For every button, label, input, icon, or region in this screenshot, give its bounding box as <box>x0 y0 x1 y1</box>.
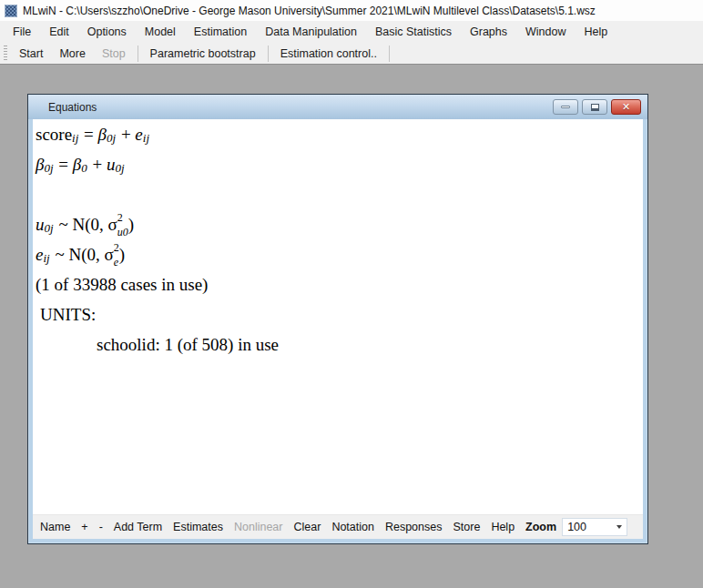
equation-line-blank <box>33 179 643 209</box>
more-button[interactable]: More <box>51 44 93 64</box>
equations-window-title: Equations <box>48 101 97 114</box>
equation-line-u-distribution[interactable]: u0j ~ N(0, σ2u0) <box>33 209 643 239</box>
zoom-label: Zoom <box>520 516 560 539</box>
store-button[interactable]: Store <box>447 516 485 539</box>
mlwin-app-icon <box>5 5 17 17</box>
units-detail: schoolid: 1 (of 508) in use <box>33 329 643 360</box>
zoom-value: 100 <box>567 521 616 533</box>
restore-button[interactable] <box>582 99 607 115</box>
add-plus-button[interactable]: + <box>76 516 93 539</box>
start-button[interactable]: Start <box>11 44 51 64</box>
estimation-control-button[interactable]: Estimation control.. <box>272 44 385 64</box>
equations-window: Equations ✕ scoreij = β0j + eij β0j = β0… <box>27 94 648 544</box>
menu-item-window[interactable]: Window <box>516 21 575 43</box>
app-titlebar[interactable]: MLwiN - C:\Users\szzho\OneDrive - George… <box>0 0 703 21</box>
toolbar-grip[interactable] <box>4 46 7 62</box>
stop-button: Stop <box>94 44 134 64</box>
nonlinear-button: Nonlinear <box>229 516 289 539</box>
menu-item-help[interactable]: Help <box>576 21 617 43</box>
equations-bottom-toolbar: Name + - Add Term Estimates Nonlinear Cl… <box>33 514 643 539</box>
minimize-icon <box>561 106 570 108</box>
parametric-bootstrap-button[interactable]: Parametric bootstrap <box>142 44 264 64</box>
chevron-down-icon <box>616 525 622 529</box>
responses-button[interactable]: Responses <box>380 516 448 539</box>
estimation-toolbar: Start More Stop Parametric bootstrap Est… <box>0 43 703 65</box>
estimates-button[interactable]: Estimates <box>168 516 229 539</box>
toolbar-separator <box>138 46 138 62</box>
menubar: File Edit Options Model Estimation Data … <box>0 21 703 43</box>
equations-pane: scoreij = β0j + eij β0j = β0 + u0j u0j ~… <box>33 119 643 514</box>
cases-in-use-line: (1 of 33988 cases in use) <box>33 269 643 299</box>
menu-item-options[interactable]: Options <box>78 21 136 43</box>
name-button[interactable]: Name <box>35 516 76 539</box>
equation-line-intercept[interactable]: β0j = β0 + u0j <box>33 149 643 179</box>
clear-button[interactable]: Clear <box>289 516 327 539</box>
equation-line-response[interactable]: scoreij = β0j + eij <box>33 119 643 149</box>
close-icon: ✕ <box>622 102 630 112</box>
minimize-button[interactable] <box>553 99 578 115</box>
mdi-client-area: Equations ✕ scoreij = β0j + eij β0j = β0… <box>0 65 703 587</box>
close-button[interactable]: ✕ <box>611 99 641 115</box>
notation-button[interactable]: Notation <box>326 516 380 539</box>
units-label: UNITS: <box>33 299 643 329</box>
toolbar-separator <box>389 46 390 62</box>
window-controls: ✕ <box>553 99 641 115</box>
menu-item-data-manipulation[interactable]: Data Manipulation <box>256 21 366 43</box>
restore-icon <box>591 104 599 111</box>
zoom-combobox[interactable]: 100 <box>562 518 627 536</box>
menu-item-graphs[interactable]: Graphs <box>461 21 516 43</box>
mlwin-application-window: MLwiN - C:\Users\szzho\OneDrive - George… <box>0 0 703 588</box>
window-title: MLwiN - C:\Users\szzho\OneDrive - George… <box>23 5 596 17</box>
toolbar-separator <box>268 46 269 62</box>
add-term-button[interactable]: Add Term <box>108 516 168 539</box>
equations-titlebar[interactable]: Equations ✕ <box>28 95 647 119</box>
help-button[interactable]: Help <box>485 516 520 539</box>
menu-item-file[interactable]: File <box>4 21 40 43</box>
menu-item-basic-statistics[interactable]: Basic Statistics <box>366 21 461 43</box>
equation-line-e-distribution[interactable]: eij ~ N(0, σ2e) <box>33 239 643 269</box>
menu-item-estimation[interactable]: Estimation <box>185 21 256 43</box>
remove-minus-button[interactable]: - <box>94 516 108 539</box>
menu-item-edit[interactable]: Edit <box>40 21 78 43</box>
menu-item-model[interactable]: Model <box>136 21 185 43</box>
